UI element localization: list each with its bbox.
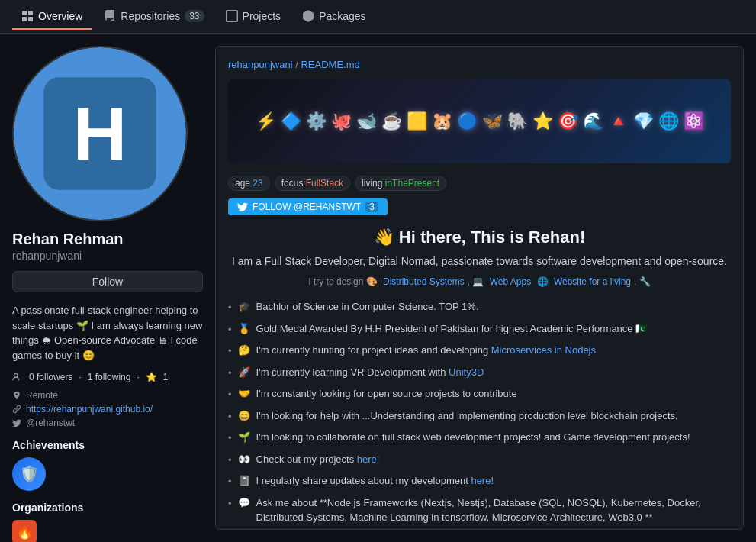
bullet-microservices: 🤔 I'm currently hunting for project idea…: [228, 343, 731, 359]
profile-name: Rehan Rehman: [12, 231, 203, 248]
twitter-follow-button[interactable]: FOLLOW @REHANSTWT 3: [228, 198, 388, 215]
organizations-title: Organizations: [12, 502, 203, 514]
tech-icon: 🐹: [432, 111, 452, 131]
living-badge: living inThePresent: [355, 176, 446, 191]
tech-icon: 🐘: [507, 111, 528, 131]
design-bar: I try to design 🎨 Distributed Systems, 💻…: [228, 276, 731, 287]
website-link[interactable]: https://rehanpunjwani.github.io/: [26, 404, 153, 415]
tech-icon: 🐙: [331, 111, 352, 131]
tech-icon: 🔵: [457, 111, 478, 131]
svg-rect-1: [28, 11, 33, 15]
focus-badge: focus FullStack: [275, 176, 350, 191]
tech-icon: 🌐: [658, 111, 679, 131]
bullet-updates: 📓 I regularly share updates about my dev…: [228, 473, 731, 489]
tab-overview[interactable]: Overview: [12, 4, 92, 30]
tech-icon: ⭐: [532, 111, 553, 131]
svg-rect-3: [28, 17, 33, 21]
bullet-vr: 🚀 I'm currently learning VR Development …: [228, 365, 731, 381]
svg-text:H: H: [73, 92, 127, 176]
twitter-count: 3: [365, 202, 378, 212]
tech-icon: 🦋: [482, 111, 503, 131]
bullet-askme: 💬 Ask me about **Node.js Frameworks (Nex…: [228, 495, 731, 525]
tech-icon: 🟨: [407, 111, 427, 131]
website-meta: https://rehanpunjwani.github.io/: [12, 404, 203, 415]
bullet-projects: 👀 Check out my projects here!: [228, 452, 731, 468]
breadcrumb-file[interactable]: README.md: [301, 59, 359, 70]
age-badge: age 23: [228, 176, 270, 191]
twitter-btn-label: FOLLOW @REHANSTWT: [253, 202, 361, 212]
stars-icon: ⭐: [146, 372, 157, 382]
following-count: 1 following: [88, 372, 131, 382]
tech-icon: 🐋: [356, 111, 377, 131]
badges-row: age 23 focus FullStack living inThePrese…: [228, 176, 731, 191]
tech-icon: ☕: [381, 111, 402, 131]
twitter-meta: @rehanstwt: [12, 418, 203, 428]
main-layout: H Rehan Rehman rehanpunjwani Follow A pa…: [0, 34, 756, 542]
location-meta: Remote: [12, 390, 203, 401]
followers-count: 0 followers: [29, 372, 72, 382]
org-avatar: 🔥: [12, 520, 37, 542]
achievements-title: Achievements: [12, 439, 203, 451]
stars-count: 1: [163, 372, 169, 382]
tech-icon: 🔷: [281, 111, 301, 131]
sidebar: H Rehan Rehman rehanpunjwani Follow A pa…: [12, 46, 203, 530]
followers-stats: 0 followers · 1 following · ⭐ 1: [12, 372, 203, 382]
tab-repositories[interactable]: Repositories 33: [95, 4, 213, 30]
tech-icon: ⚛️: [684, 111, 704, 131]
svg-rect-2: [22, 17, 27, 21]
breadcrumb-user[interactable]: rehanpunjwani: [228, 59, 293, 70]
bullet-blockchain: 😄 I'm looking for help with ...Understan…: [228, 408, 731, 424]
twitter-handle: @rehanstwt: [26, 418, 75, 428]
location-text: Remote: [26, 390, 58, 401]
bullet-medal: 🥇 Gold Medal Awarded By H.H President of…: [228, 321, 731, 337]
readme-banner: ⚡ 🔷 ⚙️ 🐙 🐋 ☕ 🟨 🐹 🔵 🦋 🐘 ⭐ 🎯 🌊 🔺 💎 🌐 ⚛️: [228, 79, 731, 163]
achievement-badge: 🛡️: [12, 457, 46, 491]
tech-icon: ⚡: [256, 111, 276, 131]
avatar: H: [12, 46, 188, 221]
bullet-opensource: 🤝 I'm constantly looking for open source…: [228, 386, 731, 402]
tech-icon: ⚙️: [306, 111, 327, 131]
greeting: 👋 Hi there, This is Rehan!: [228, 227, 731, 247]
tech-icon: 💎: [633, 111, 654, 131]
nav-tabs: Overview Repositories 33 Projects Packag…: [12, 4, 375, 30]
top-nav: Overview Repositories 33 Projects Packag…: [0, 0, 756, 34]
tab-packages[interactable]: Packages: [293, 4, 375, 30]
breadcrumb: rehanpunjwani / README.md: [228, 59, 731, 70]
tech-icon: 🔺: [608, 111, 629, 131]
tagline: I am a Full Stack Developer, Digital Nom…: [228, 255, 731, 267]
bio: A passionate full-stack engineer helping…: [12, 303, 203, 363]
bullet-collaborate: 🌱 I'm looking to collaborate on full sta…: [228, 430, 731, 446]
follow-button[interactable]: Follow: [12, 271, 203, 292]
tech-icons: ⚡ 🔷 ⚙️ 🐙 🐋 ☕ 🟨 🐹 🔵 🦋 🐘 ⭐ 🎯 🌊 🔺 💎 🌐 ⚛️: [249, 105, 710, 137]
tech-icon: 🎯: [558, 111, 578, 131]
main-content: rehanpunjwani / README.md ⚡ 🔷 ⚙️ 🐙 🐋 ☕ 🟨…: [215, 46, 744, 530]
profile-username: rehanpunjwani: [12, 250, 203, 262]
bullets-list: 🎓 Bachlor of Science in Computer Science…: [228, 299, 731, 530]
tab-projects[interactable]: Projects: [217, 4, 291, 30]
bullet-education: 🎓 Bachlor of Science in Computer Science…: [228, 299, 731, 315]
svg-rect-0: [22, 11, 27, 15]
tech-icon: 🌊: [583, 111, 603, 131]
